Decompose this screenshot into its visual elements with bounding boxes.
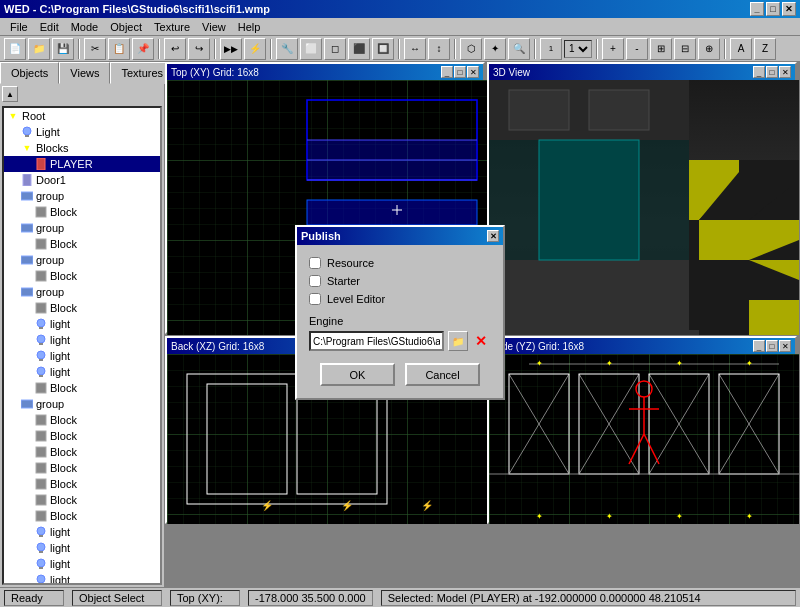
toolbar-btn-a[interactable]: ▶▶	[220, 38, 242, 60]
toolbar-open[interactable]: 📁	[28, 38, 50, 60]
tree-item[interactable]: light	[4, 348, 160, 364]
tree-item[interactable]: Block	[4, 204, 160, 220]
tree-item[interactable]: light	[4, 316, 160, 332]
viewport-side-close[interactable]: ✕	[779, 340, 791, 352]
tree-item[interactable]: group	[4, 252, 160, 268]
tree-item[interactable]: Block	[4, 508, 160, 524]
checkbox-level-editor[interactable]	[309, 293, 321, 305]
tree-item[interactable]: PLAYER	[4, 156, 160, 172]
toolbar-undo[interactable]: ↩	[164, 38, 186, 60]
close-button[interactable]: ✕	[782, 2, 796, 16]
tree-item[interactable]: Door1	[4, 172, 160, 188]
viewport-top-minimize[interactable]: _	[441, 66, 453, 78]
tree-item[interactable]: Light	[4, 124, 160, 140]
viewport-side-maximize[interactable]: □	[766, 340, 778, 352]
toolbar-btn-i[interactable]: ↕	[428, 38, 450, 60]
viewport-side-minimize[interactable]: _	[753, 340, 765, 352]
toolbar-btn-f[interactable]: ⬛	[348, 38, 370, 60]
tree-item[interactable]: group	[4, 220, 160, 236]
tree-item[interactable]: Block	[4, 444, 160, 460]
toolbar-btn-e[interactable]: ◻	[324, 38, 346, 60]
toolbar-btn-p[interactable]: ⊕	[698, 38, 720, 60]
toolbar-sep3	[214, 39, 216, 59]
toolbar-btn-c[interactable]: 🔧	[276, 38, 298, 60]
toolbar-btn-o[interactable]: ⊟	[674, 38, 696, 60]
toolbar-btn-j[interactable]: ⬡	[460, 38, 482, 60]
svg-rect-6	[21, 224, 33, 232]
engine-path-input[interactable]	[309, 331, 444, 351]
toolbar-btn-n[interactable]: ⊞	[650, 38, 672, 60]
toolbar-btn-r[interactable]: Z	[754, 38, 776, 60]
toolbar-btn-m[interactable]: 1	[540, 38, 562, 60]
tree-item[interactable]: Block	[4, 380, 160, 396]
viewport-3d-close[interactable]: ✕	[779, 66, 791, 78]
viewport-side: Side (YZ) Grid: 16x8 _ □ ✕	[487, 336, 797, 524]
menu-object[interactable]: Object	[104, 19, 148, 35]
toolbar-zoom-out[interactable]: -	[626, 38, 648, 60]
tree-item[interactable]: light	[4, 524, 160, 540]
tree-item[interactable]: ▼Blocks	[4, 140, 160, 156]
toolbar-new[interactable]: 📄	[4, 38, 26, 60]
toolbar-copy[interactable]: 📋	[108, 38, 130, 60]
menu-edit[interactable]: Edit	[34, 19, 65, 35]
toolbar-btn-d[interactable]: ⬜	[300, 38, 322, 60]
tree-item[interactable]: group	[4, 284, 160, 300]
minimize-button[interactable]: _	[750, 2, 764, 16]
tree-item[interactable]: Block	[4, 412, 160, 428]
engine-clear-button[interactable]: ✕	[472, 331, 491, 351]
tree-item[interactable]: Block	[4, 268, 160, 284]
tree-item[interactable]: Block	[4, 236, 160, 252]
toolbar-btn-h[interactable]: ↔	[404, 38, 426, 60]
toolbar-select[interactable]: 1	[564, 40, 592, 58]
ok-button[interactable]: OK	[320, 363, 395, 386]
tree-item[interactable]: Block	[4, 428, 160, 444]
viewport-top-close[interactable]: ✕	[467, 66, 479, 78]
status-coords: -178.000 35.500 0.000	[248, 590, 373, 606]
menu-texture[interactable]: Texture	[148, 19, 196, 35]
tree-item-label: light	[50, 526, 70, 538]
tree-item[interactable]: ▼Root	[4, 108, 160, 124]
dialog-x-button[interactable]: ✕	[487, 230, 499, 242]
tree-item[interactable]: Block	[4, 460, 160, 476]
svg-rect-2	[37, 158, 45, 170]
engine-browse-button[interactable]: 📁	[448, 331, 468, 351]
tree-item[interactable]: Block	[4, 492, 160, 508]
toolbar-cut[interactable]: ✂	[84, 38, 106, 60]
toolbar-zoom-in[interactable]: +	[602, 38, 624, 60]
viewport-3d-content[interactable]	[489, 80, 799, 335]
tree-item[interactable]: Block	[4, 300, 160, 316]
menu-mode[interactable]: Mode	[65, 19, 105, 35]
toolbar-save[interactable]: 💾	[52, 38, 74, 60]
viewport-3d-minimize[interactable]: _	[753, 66, 765, 78]
tree-item[interactable]: group	[4, 188, 160, 204]
tree-item[interactable]: group	[4, 396, 160, 412]
toolbar-btn-q[interactable]: A	[730, 38, 752, 60]
toolbar-paste[interactable]: 📌	[132, 38, 154, 60]
tree-item[interactable]: light	[4, 540, 160, 556]
dialog-close-button[interactable]: ✕	[487, 230, 499, 242]
tree-item[interactable]: light	[4, 556, 160, 572]
tab-objects[interactable]: Objects	[0, 62, 59, 84]
viewport-top-maximize[interactable]: □	[454, 66, 466, 78]
cancel-button[interactable]: Cancel	[405, 363, 480, 386]
viewport-side-content[interactable]: ✦ ✦ ✦ ✦ ✦ ✦ ✦ ✦	[489, 354, 799, 524]
menu-file[interactable]: File	[4, 19, 34, 35]
tree-view[interactable]: ▼RootLight▼BlocksPLAYERDoor1groupBlockgr…	[2, 106, 162, 585]
menu-help[interactable]: Help	[232, 19, 267, 35]
toolbar-btn-l[interactable]: 🔍	[508, 38, 530, 60]
tree-item[interactable]: light	[4, 364, 160, 380]
toolbar-btn-b[interactable]: ⚡	[244, 38, 266, 60]
tree-item[interactable]: light	[4, 332, 160, 348]
viewport-3d-maximize[interactable]: □	[766, 66, 778, 78]
checkbox-starter[interactable]	[309, 275, 321, 287]
toolbar-btn-g[interactable]: 🔲	[372, 38, 394, 60]
toolbar-btn-k[interactable]: ✦	[484, 38, 506, 60]
panel-btn-up[interactable]: ▲	[2, 86, 18, 102]
tree-item[interactable]: light	[4, 572, 160, 585]
checkbox-resource[interactable]	[309, 257, 321, 269]
maximize-button[interactable]: □	[766, 2, 780, 16]
tab-views[interactable]: Views	[59, 62, 110, 84]
tree-item[interactable]: Block	[4, 476, 160, 492]
toolbar-redo[interactable]: ↪	[188, 38, 210, 60]
menu-view[interactable]: View	[196, 19, 232, 35]
